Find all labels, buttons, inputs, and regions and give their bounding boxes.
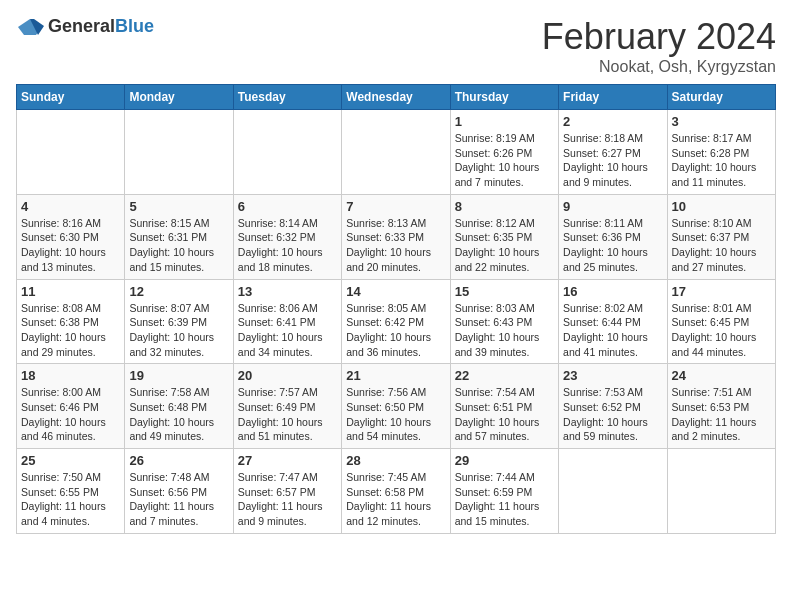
day-info: Sunrise: 8:00 AM Sunset: 6:46 PM Dayligh… xyxy=(21,385,120,444)
day-info: Sunrise: 8:05 AM Sunset: 6:42 PM Dayligh… xyxy=(346,301,445,360)
calendar-cell: 5Sunrise: 8:15 AM Sunset: 6:31 PM Daylig… xyxy=(125,194,233,279)
day-info: Sunrise: 8:17 AM Sunset: 6:28 PM Dayligh… xyxy=(672,131,771,190)
day-info: Sunrise: 8:08 AM Sunset: 6:38 PM Dayligh… xyxy=(21,301,120,360)
calendar-cell: 16Sunrise: 8:02 AM Sunset: 6:44 PM Dayli… xyxy=(559,279,667,364)
logo-general-text: General xyxy=(48,16,115,36)
day-number: 24 xyxy=(672,368,771,383)
day-number: 29 xyxy=(455,453,554,468)
day-number: 21 xyxy=(346,368,445,383)
day-info: Sunrise: 8:03 AM Sunset: 6:43 PM Dayligh… xyxy=(455,301,554,360)
day-info: Sunrise: 8:16 AM Sunset: 6:30 PM Dayligh… xyxy=(21,216,120,275)
day-info: Sunrise: 7:50 AM Sunset: 6:55 PM Dayligh… xyxy=(21,470,120,529)
page-header: GeneralBlue February 2024 Nookat, Osh, K… xyxy=(16,16,776,76)
weekday-header-cell: Wednesday xyxy=(342,85,450,110)
day-info: Sunrise: 8:10 AM Sunset: 6:37 PM Dayligh… xyxy=(672,216,771,275)
day-number: 9 xyxy=(563,199,662,214)
day-number: 26 xyxy=(129,453,228,468)
calendar-cell: 10Sunrise: 8:10 AM Sunset: 6:37 PM Dayli… xyxy=(667,194,775,279)
day-info: Sunrise: 8:13 AM Sunset: 6:33 PM Dayligh… xyxy=(346,216,445,275)
day-info: Sunrise: 8:06 AM Sunset: 6:41 PM Dayligh… xyxy=(238,301,337,360)
weekday-header-cell: Saturday xyxy=(667,85,775,110)
weekday-header-cell: Monday xyxy=(125,85,233,110)
calendar-cell: 17Sunrise: 8:01 AM Sunset: 6:45 PM Dayli… xyxy=(667,279,775,364)
day-number: 17 xyxy=(672,284,771,299)
logo-icon xyxy=(16,17,44,37)
calendar-cell: 2Sunrise: 8:18 AM Sunset: 6:27 PM Daylig… xyxy=(559,110,667,195)
calendar-cell: 4Sunrise: 8:16 AM Sunset: 6:30 PM Daylig… xyxy=(17,194,125,279)
day-info: Sunrise: 8:12 AM Sunset: 6:35 PM Dayligh… xyxy=(455,216,554,275)
calendar-cell xyxy=(559,449,667,534)
day-number: 28 xyxy=(346,453,445,468)
day-number: 15 xyxy=(455,284,554,299)
day-number: 22 xyxy=(455,368,554,383)
calendar-cell xyxy=(17,110,125,195)
day-info: Sunrise: 7:56 AM Sunset: 6:50 PM Dayligh… xyxy=(346,385,445,444)
day-number: 8 xyxy=(455,199,554,214)
day-info: Sunrise: 8:15 AM Sunset: 6:31 PM Dayligh… xyxy=(129,216,228,275)
day-number: 16 xyxy=(563,284,662,299)
logo-blue-text: Blue xyxy=(115,16,154,36)
calendar-cell: 13Sunrise: 8:06 AM Sunset: 6:41 PM Dayli… xyxy=(233,279,341,364)
calendar-cell: 19Sunrise: 7:58 AM Sunset: 6:48 PM Dayli… xyxy=(125,364,233,449)
day-info: Sunrise: 7:58 AM Sunset: 6:48 PM Dayligh… xyxy=(129,385,228,444)
weekday-header-cell: Tuesday xyxy=(233,85,341,110)
day-info: Sunrise: 7:44 AM Sunset: 6:59 PM Dayligh… xyxy=(455,470,554,529)
day-number: 23 xyxy=(563,368,662,383)
weekday-header-cell: Sunday xyxy=(17,85,125,110)
calendar-cell: 18Sunrise: 8:00 AM Sunset: 6:46 PM Dayli… xyxy=(17,364,125,449)
day-number: 3 xyxy=(672,114,771,129)
day-number: 11 xyxy=(21,284,120,299)
day-number: 25 xyxy=(21,453,120,468)
calendar-cell: 28Sunrise: 7:45 AM Sunset: 6:58 PM Dayli… xyxy=(342,449,450,534)
day-info: Sunrise: 7:57 AM Sunset: 6:49 PM Dayligh… xyxy=(238,385,337,444)
day-number: 19 xyxy=(129,368,228,383)
calendar-cell: 11Sunrise: 8:08 AM Sunset: 6:38 PM Dayli… xyxy=(17,279,125,364)
calendar-table: SundayMondayTuesdayWednesdayThursdayFrid… xyxy=(16,84,776,534)
day-number: 20 xyxy=(238,368,337,383)
day-number: 18 xyxy=(21,368,120,383)
day-info: Sunrise: 7:54 AM Sunset: 6:51 PM Dayligh… xyxy=(455,385,554,444)
calendar-cell xyxy=(233,110,341,195)
day-info: Sunrise: 8:02 AM Sunset: 6:44 PM Dayligh… xyxy=(563,301,662,360)
calendar-cell: 21Sunrise: 7:56 AM Sunset: 6:50 PM Dayli… xyxy=(342,364,450,449)
weekday-header-row: SundayMondayTuesdayWednesdayThursdayFrid… xyxy=(17,85,776,110)
day-info: Sunrise: 8:18 AM Sunset: 6:27 PM Dayligh… xyxy=(563,131,662,190)
calendar-cell: 9Sunrise: 8:11 AM Sunset: 6:36 PM Daylig… xyxy=(559,194,667,279)
day-info: Sunrise: 8:19 AM Sunset: 6:26 PM Dayligh… xyxy=(455,131,554,190)
day-number: 13 xyxy=(238,284,337,299)
day-info: Sunrise: 7:45 AM Sunset: 6:58 PM Dayligh… xyxy=(346,470,445,529)
day-number: 6 xyxy=(238,199,337,214)
day-info: Sunrise: 8:11 AM Sunset: 6:36 PM Dayligh… xyxy=(563,216,662,275)
day-number: 1 xyxy=(455,114,554,129)
calendar-cell xyxy=(667,449,775,534)
day-info: Sunrise: 8:01 AM Sunset: 6:45 PM Dayligh… xyxy=(672,301,771,360)
day-info: Sunrise: 7:51 AM Sunset: 6:53 PM Dayligh… xyxy=(672,385,771,444)
calendar-cell: 26Sunrise: 7:48 AM Sunset: 6:56 PM Dayli… xyxy=(125,449,233,534)
calendar-cell: 27Sunrise: 7:47 AM Sunset: 6:57 PM Dayli… xyxy=(233,449,341,534)
day-number: 5 xyxy=(129,199,228,214)
calendar-cell: 14Sunrise: 8:05 AM Sunset: 6:42 PM Dayli… xyxy=(342,279,450,364)
day-info: Sunrise: 8:07 AM Sunset: 6:39 PM Dayligh… xyxy=(129,301,228,360)
day-info: Sunrise: 8:14 AM Sunset: 6:32 PM Dayligh… xyxy=(238,216,337,275)
calendar-body: 1Sunrise: 8:19 AM Sunset: 6:26 PM Daylig… xyxy=(17,110,776,534)
day-number: 7 xyxy=(346,199,445,214)
calendar-cell: 3Sunrise: 8:17 AM Sunset: 6:28 PM Daylig… xyxy=(667,110,775,195)
calendar-cell: 22Sunrise: 7:54 AM Sunset: 6:51 PM Dayli… xyxy=(450,364,558,449)
day-number: 10 xyxy=(672,199,771,214)
calendar-cell: 6Sunrise: 8:14 AM Sunset: 6:32 PM Daylig… xyxy=(233,194,341,279)
calendar-week-row: 25Sunrise: 7:50 AM Sunset: 6:55 PM Dayli… xyxy=(17,449,776,534)
day-info: Sunrise: 7:53 AM Sunset: 6:52 PM Dayligh… xyxy=(563,385,662,444)
logo: GeneralBlue xyxy=(16,16,154,37)
day-number: 2 xyxy=(563,114,662,129)
day-info: Sunrise: 7:48 AM Sunset: 6:56 PM Dayligh… xyxy=(129,470,228,529)
calendar-cell xyxy=(342,110,450,195)
calendar-week-row: 4Sunrise: 8:16 AM Sunset: 6:30 PM Daylig… xyxy=(17,194,776,279)
day-info: Sunrise: 7:47 AM Sunset: 6:57 PM Dayligh… xyxy=(238,470,337,529)
calendar-week-row: 18Sunrise: 8:00 AM Sunset: 6:46 PM Dayli… xyxy=(17,364,776,449)
calendar-cell: 8Sunrise: 8:12 AM Sunset: 6:35 PM Daylig… xyxy=(450,194,558,279)
calendar-cell: 25Sunrise: 7:50 AM Sunset: 6:55 PM Dayli… xyxy=(17,449,125,534)
calendar-cell: 7Sunrise: 8:13 AM Sunset: 6:33 PM Daylig… xyxy=(342,194,450,279)
weekday-header-cell: Thursday xyxy=(450,85,558,110)
calendar-week-row: 1Sunrise: 8:19 AM Sunset: 6:26 PM Daylig… xyxy=(17,110,776,195)
month-title: February 2024 xyxy=(542,16,776,58)
